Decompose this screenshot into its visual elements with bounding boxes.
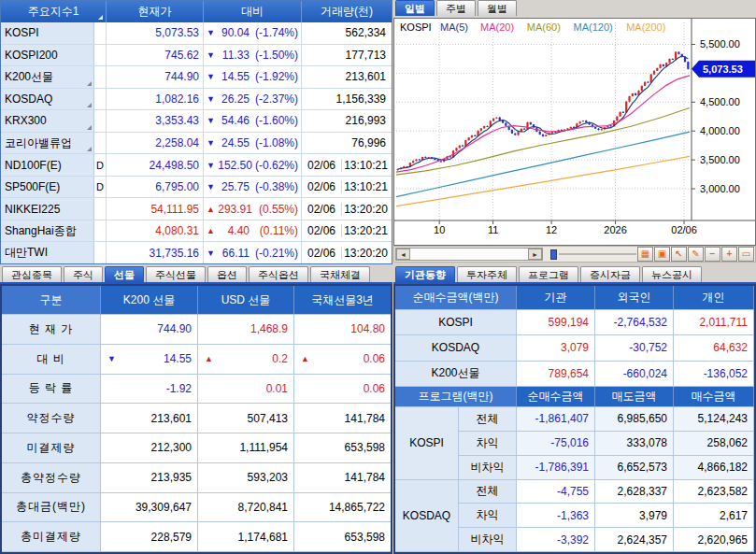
investor-col-header: 외국인 (595, 286, 674, 310)
trend-arrow-icon: ▼ (207, 138, 219, 148)
trend-arrow-icon: ▼ (207, 116, 219, 125)
net-buy-table: 순매수금액(백만)기관외국인개인KOSPI599,194-2,764,5322,… (395, 286, 754, 387)
col-header-index-name[interactable]: 주요지수1 (1, 1, 107, 22)
trend-arrow-icon: ▼ (107, 354, 116, 363)
svg-text:MA(200): MA(200) (626, 21, 665, 33)
index-row[interactable]: KOSDAQ1,082.16▼26.25(-2.37%)1,156,339 (1, 89, 392, 111)
change-percent: (-1.60%) (250, 114, 298, 127)
tab-선물[interactable]: 선물 (105, 266, 144, 282)
indices-header-row: 주요지수1 현재가 대비 거래량(천) (1, 1, 392, 22)
tab-일별[interactable]: 일별 (395, 0, 435, 16)
tab-월별[interactable]: 월별 (478, 0, 517, 16)
program-group-label: KOSDAQ (395, 480, 459, 553)
index-row[interactable]: SP500F(E)D6,795.00▼25.75(-0.38%)02/0613:… (1, 177, 392, 199)
value-text: 213,935 (151, 471, 192, 484)
value-text: 1,468.9 (250, 322, 288, 335)
index-name-label: SP500F(E) (5, 180, 60, 193)
value-text: 1,174,681 (238, 531, 288, 544)
svg-text:12: 12 (546, 224, 557, 235)
tab-주식선물[interactable]: 주식선물 (146, 266, 206, 282)
cursor-icon[interactable]: ↖ (671, 247, 687, 262)
index-row[interactable]: KOSPI5,073.53▼90.04(-1.74%)562,334 (1, 22, 392, 45)
value-text: 0.01 (266, 382, 288, 395)
tab-주별[interactable]: 주별 (436, 0, 476, 16)
index-row[interactable]: K200선물744.90▼14.55(-1.92%)213,601 (1, 66, 392, 89)
chart-scrollbar[interactable]: ◄ ► (395, 248, 543, 261)
dropdown-triangle-icon (87, 125, 92, 130)
tab-프로그램[interactable]: 프로그램 (519, 266, 578, 282)
col-header-volume[interactable]: 거래량(천) (302, 1, 392, 22)
index-flag-cell (94, 45, 107, 66)
quote-date: 02/06 (302, 159, 341, 172)
tab-주식옵션[interactable]: 주식옵션 (249, 266, 308, 282)
change-value: 66.11 (219, 247, 250, 260)
kospi-daily-chart[interactable]: 101112202602/065,500.004,500.004,000.003… (393, 18, 756, 246)
tab-투자주체[interactable]: 투자주체 (457, 266, 517, 282)
index-name-label: K200선물 (5, 69, 53, 85)
index-row[interactable]: KOSPI200745.62▼11.33(-1.50%)177,713 (1, 45, 392, 67)
futures-tabbar: 관심종목주식선물주식선물옵션주식옵션국채체결 (2, 266, 374, 282)
zoom-in-icon[interactable]: + (721, 247, 737, 262)
zoom-area-icon[interactable]: ▭ (738, 247, 754, 262)
market-label: K200선물 (395, 362, 517, 387)
scroll-left-button[interactable]: ◄ (396, 249, 410, 260)
quote-time: 13:10:21 (341, 180, 390, 193)
indices-panel: 주요지수1 현재가 대비 거래량(천) KOSPI5,073.53▼90.04(… (0, 0, 392, 264)
cursor-icon-glyph: ↖ (675, 249, 682, 259)
zoom-slider[interactable] (550, 248, 636, 261)
program-trading-table: 프로그램(백만)순매수금액매도금액매수금액KOSPI전체-1,861,4076,… (395, 387, 754, 552)
value-text: 141,784 (345, 471, 385, 484)
tab-관심종목[interactable]: 관심종목 (2, 266, 62, 282)
trend-arrow-icon: ▼ (207, 50, 219, 60)
tab-기관동향[interactable]: 기관동향 (395, 266, 455, 282)
zoom-slider-thumb[interactable] (550, 249, 557, 260)
index-row[interactable]: 대만TWI31,735.16▼66.11(-0.21%)02/0613:20:2… (1, 242, 392, 263)
index-row[interactable]: 코리아밸류업2,258.04▼24.55(-1.08%)76,996 (1, 133, 392, 155)
tab-뉴스공시[interactable]: 뉴스공시 (642, 266, 702, 282)
scroll-right-button[interactable]: ► (528, 249, 542, 260)
index-volume-cell: 02/0613:20:21 (302, 220, 390, 242)
candlestick-chart-canvas[interactable]: 101112202602/065,500.004,500.004,000.003… (394, 19, 755, 245)
program-col-header: 매수금액 (674, 387, 754, 407)
index-price: 4,080.31 (107, 220, 204, 242)
index-row[interactable]: KRX3003,353.43▼54.46(-1.60%)216,993 (1, 110, 392, 133)
index-row[interactable]: NIKKEI22554,111.95▲293.91(0.55%)02/0613:… (1, 198, 392, 220)
index-change-cell: ▼14.55(-1.92%) (204, 66, 302, 88)
col-header-price[interactable]: 현재가 (107, 1, 204, 22)
futures-row-label: 총대금(백만) (2, 493, 101, 523)
program-value: -3,392 (517, 528, 595, 552)
futures-row-label: 약정수량 (2, 404, 101, 433)
index-price: 5,073.53 (107, 22, 204, 44)
col-header-change[interactable]: 대비 (204, 1, 302, 22)
index-name-label: KRX300 (5, 114, 47, 127)
change-percent: (-0.21%) (250, 247, 298, 260)
tab-주식[interactable]: 주식 (64, 266, 103, 282)
index-name-cell: K200선물 (1, 66, 94, 88)
svg-text:4,500.00: 4,500.00 (700, 96, 740, 107)
scroll-track[interactable] (410, 249, 528, 260)
index-change-cell: ▼26.25(-2.37%) (204, 89, 302, 110)
trend-arrow-icon: ▼ (207, 94, 219, 104)
index-volume-cell: 02/0613:20:20 (302, 242, 390, 263)
tab-국채체결[interactable]: 국채체결 (310, 266, 370, 282)
futures-value: 1,111,954 (198, 433, 294, 463)
chart-tip-icon[interactable]: ▣ (654, 247, 670, 262)
svg-text:MA(20): MA(20) (480, 21, 514, 33)
value-text: 744.90 (157, 322, 192, 335)
zoom-out-icon[interactable]: − (705, 247, 720, 262)
tab-증시자금[interactable]: 증시자금 (580, 266, 640, 282)
tab-옵션[interactable]: 옵션 (207, 266, 247, 282)
calendar-12-icon[interactable]: ▦ (637, 247, 653, 262)
pencil-icon[interactable]: ✎ (688, 247, 704, 262)
change-percent: (-1.74%) (250, 26, 298, 39)
index-row[interactable]: ND100F(E)D24,498.50▼152.50(-0.62%)02/061… (1, 154, 392, 177)
futures-value: 593,203 (198, 463, 294, 493)
net-table-title: 순매수금액(백만) (395, 286, 517, 310)
index-volume-cell: 02/0613:10:21 (302, 177, 390, 198)
futures-value: 8,720,841 (198, 493, 294, 523)
last-price-callout: 5,073.53 (703, 64, 743, 75)
market-label: KOSPI (395, 310, 517, 335)
svg-text:11: 11 (488, 224, 498, 235)
index-row[interactable]: ShangHai종합4,080.31▲4.40(0.11%)02/0613:20… (1, 220, 392, 243)
index-flag-cell (94, 198, 107, 220)
